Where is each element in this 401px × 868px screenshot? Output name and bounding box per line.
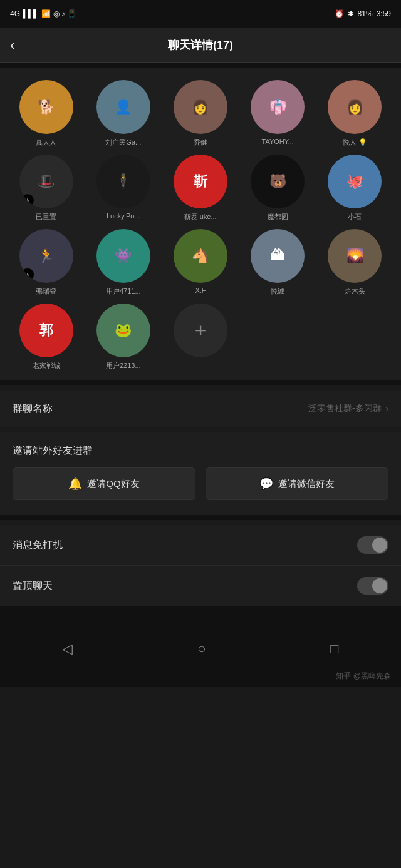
time-display: 3:59 [377, 9, 391, 18]
avatar-art: 👩 [174, 80, 227, 134]
member-name: 刘广民Ga... [96, 138, 150, 147]
avatar-art: 🐴 [174, 229, 227, 283]
member-avatar: 🏃♪ [19, 229, 73, 283]
spacer [0, 606, 401, 631]
member-item[interactable]: 🕴Lucky.Po... [87, 155, 159, 222]
divider-2 [0, 380, 401, 385]
avatar-art: 郭 [19, 304, 73, 357]
member-item[interactable]: 👘TAYOHY... [242, 80, 314, 147]
nav-home-button[interactable]: ○ [182, 636, 221, 662]
member-item[interactable]: 郭老家郸城 [10, 304, 82, 370]
member-item[interactable]: 🎩♪已重置 [10, 155, 82, 222]
member-name: 魔都圆 [251, 212, 305, 222]
toggle-settings-section: 消息免打扰置顶聊天 [0, 525, 401, 606]
member-item[interactable]: 🐙小石 [319, 155, 391, 222]
signal-indicator: 4G [10, 9, 20, 18]
invite-wechat-button[interactable]: 💬 邀请微信好友 [206, 467, 388, 500]
invite-title: 邀请站外好友进群 [13, 444, 388, 457]
member-item[interactable]: 🐴X.F [164, 229, 236, 296]
member-item[interactable]: 👩乔健 [164, 80, 236, 147]
member-name: 用户4711... [96, 287, 150, 296]
member-item[interactable]: 👾用户4711... [87, 229, 159, 296]
settings-toggle-row[interactable]: 消息免打扰 [0, 525, 401, 566]
avatar-art: 🐸 [96, 304, 150, 357]
member-name: TAYOHY... [251, 138, 305, 145]
member-avatar: 👤 [96, 80, 150, 134]
member-name: 老家郸城 [19, 361, 73, 370]
member-item[interactable]: 靳靳磊luke... [164, 155, 236, 222]
member-avatar: 👩 [328, 80, 382, 134]
member-item[interactable]: 🏃♪弗瑞登 [10, 229, 82, 296]
member-name: 用户2213... [96, 361, 150, 370]
avatar-art: 🌄 [328, 229, 382, 283]
member-name: 已重置 [19, 212, 73, 222]
wifi-icon: 📶 [41, 9, 51, 18]
member-name: 烂木头 [328, 287, 382, 296]
member-avatar: 🏔 [251, 229, 305, 283]
wechat-icon: 💬 [259, 477, 273, 491]
group-name-section: 群聊名称 泛零售社群-多闪群 › [0, 391, 401, 427]
avatar-art: 🐕 [19, 80, 73, 134]
member-name: Lucky.Po... [96, 212, 150, 220]
member-name: 悦诚 [251, 287, 305, 296]
nav-recent-button[interactable]: □ [315, 636, 353, 662]
member-avatar: 👩 [174, 80, 227, 134]
invite-qq-button[interactable]: 🔔 邀请QQ好友 [13, 467, 195, 500]
member-avatar: 🐻 [251, 155, 305, 208]
add-member-button[interactable]: + [174, 304, 227, 357]
add-member-item[interactable]: +. [164, 304, 236, 370]
member-avatar: 🕴 [96, 155, 150, 208]
group-name-row[interactable]: 群聊名称 泛零售社群-多闪群 › [0, 391, 401, 427]
member-item[interactable]: 🏔悦诚 [242, 229, 314, 296]
member-item[interactable]: 🐸用户2213... [87, 304, 159, 370]
group-name-label: 群聊名称 [13, 402, 53, 416]
alarm-icon: ⏰ [335, 9, 344, 18]
toggle-knob [372, 538, 387, 553]
member-avatar: 👘 [251, 80, 305, 134]
member-name: 弗瑞登 [19, 287, 73, 296]
battery-text: 81% [358, 9, 373, 18]
status-bar: 4G ▌▌▌ 📶 ◎ ♪ 📱 ⏰ ✱ 81% 3:59 [0, 0, 401, 28]
divider-3 [0, 515, 401, 520]
toggle-switch[interactable] [357, 577, 388, 595]
status-right: ⏰ ✱ 81% 3:59 [335, 9, 391, 18]
member-name: 乔健 [174, 138, 227, 147]
member-avatar: 🐙 [328, 155, 382, 208]
avatar-art: 👤 [96, 80, 150, 134]
back-button[interactable]: ‹ [10, 36, 15, 54]
member-item[interactable]: 🐕真大人 [10, 80, 82, 147]
chevron-icon: › [385, 403, 388, 414]
signal-bars: ▌▌▌ [23, 9, 39, 18]
member-avatar: 🐕 [19, 80, 73, 134]
member-name: 小石 [328, 212, 382, 222]
toggle-knob [372, 578, 387, 593]
avatar-art: 👾 [96, 229, 150, 283]
watermark: 知乎 @黑啤先森 [0, 666, 401, 687]
member-avatar: 郭 [19, 304, 73, 357]
toggle-switch[interactable] [357, 536, 388, 554]
member-name: X.F [174, 287, 227, 294]
avatar-art: 🐻 [251, 155, 305, 208]
members-grid: 🐕真大人👤刘广民Ga...👩乔健👘TAYOHY...👩悦人 💡🎩♪已重置🕴Luc… [10, 80, 391, 370]
toggle-label: 消息免打扰 [13, 539, 63, 552]
invite-wechat-label: 邀请微信好友 [278, 478, 335, 490]
page-title: 聊天详情(17) [168, 38, 233, 53]
group-name-value-container: 泛零售社群-多闪群 › [308, 403, 388, 414]
tiktok-badge: ♪ [21, 193, 34, 207]
member-avatar: 🐸 [96, 304, 150, 357]
member-name: 真大人 [19, 138, 73, 147]
settings-toggle-row[interactable]: 置顶聊天 [0, 566, 401, 606]
member-item[interactable]: 👤刘广民Ga... [87, 80, 159, 147]
extra-icons: ◎ ♪ 📱 [53, 9, 77, 18]
member-item[interactable]: 🐻魔都圆 [242, 155, 314, 222]
member-avatar: 👾 [96, 229, 150, 283]
avatar-art: 👘 [251, 80, 305, 134]
invite-qq-label: 邀请QQ好友 [87, 478, 139, 490]
avatar-art: 🐙 [328, 155, 382, 208]
member-item[interactable]: 👩悦人 💡 [319, 80, 391, 147]
member-avatar: 🎩♪ [19, 155, 73, 208]
avatar-art: 🏔 [251, 229, 305, 283]
nav-back-button[interactable]: ◁ [47, 636, 88, 662]
invite-buttons: 🔔 邀请QQ好友 💬 邀请微信好友 [13, 467, 388, 500]
member-item[interactable]: 🌄烂木头 [319, 229, 391, 296]
